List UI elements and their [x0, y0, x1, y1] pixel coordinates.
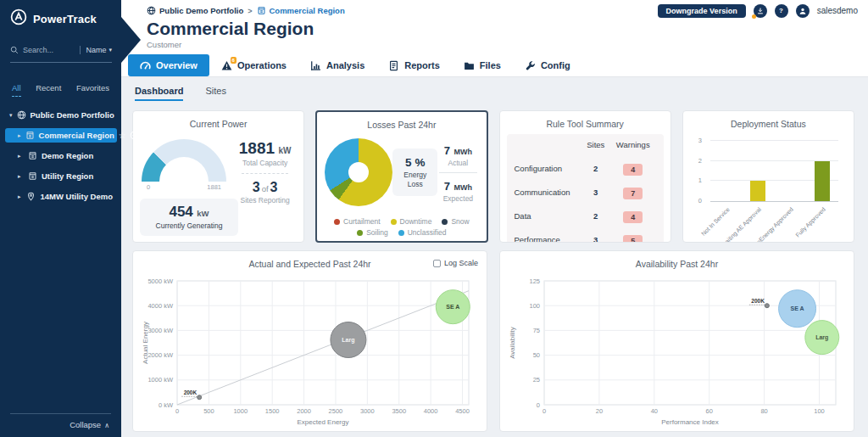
svg-text:Availability: Availability — [509, 327, 516, 359]
subtab-dashboard[interactable]: Dashboard — [135, 86, 183, 101]
sidebar-item-public-demo-portfolio[interactable]: ▾Public Demo Portfolio — [5, 108, 117, 122]
sidebar-tabs: AllRecentFavorites — [0, 83, 121, 97]
site-bubble-200k[interactable] — [765, 304, 769, 308]
sidebar-notch — [121, 17, 141, 63]
svg-text:2000 kW: 2000 kW — [147, 351, 174, 359]
legend-dot — [357, 230, 363, 236]
warnings-badge[interactable]: 5 — [623, 235, 643, 243]
user-avatar-icon[interactable] — [796, 4, 810, 18]
downgrade-version-button[interactable]: Downgrade Version — [658, 4, 746, 18]
tab-analysis[interactable]: Analysis — [298, 54, 376, 76]
legend-item-downtime[interactable]: Downtime — [391, 217, 432, 226]
deployment-bar-awaiting-ae-approval[interactable] — [750, 181, 765, 201]
svg-text:1000 kW: 1000 kW — [147, 376, 174, 384]
chevron-right-icon[interactable]: ▸ — [18, 193, 22, 200]
chevron-right-icon[interactable]: ▸ — [18, 153, 24, 160]
search-filter-dropdown[interactable]: Name ▾ — [80, 46, 112, 54]
legend-item-snow[interactable]: Snow — [442, 217, 469, 226]
tab-reports[interactable]: Reports — [376, 54, 452, 76]
svg-text:Larg: Larg — [342, 337, 354, 344]
search-input[interactable] — [23, 46, 75, 54]
sidebar-item-demo-region[interactable]: ▸Demo Region — [5, 148, 117, 163]
powertrack-logo-icon — [10, 8, 27, 29]
site-bubble-200k[interactable] — [198, 395, 202, 400]
svg-text:0: 0 — [542, 407, 546, 415]
current-power-stats: 1881 kW Total Capacity 3of3 Sites Report… — [233, 134, 297, 236]
sidebar-search: Name ▾ — [10, 42, 112, 63]
breadcrumb-item-commercial-region[interactable]: Commercial Region — [257, 6, 345, 15]
svg-text:50: 50 — [533, 351, 540, 359]
svg-text:?: ? — [779, 7, 783, 14]
legend-dot — [442, 219, 448, 225]
page-head: Commercial Region Customer — [121, 17, 868, 49]
card-title: Rule Tool Summary — [507, 119, 664, 129]
actual-expected-chart-card: Actual and Expected Past 24hr Log Scale … — [132, 250, 487, 432]
download-icon[interactable] — [754, 4, 767, 18]
svg-text:3500: 3500 — [392, 407, 406, 415]
globe-icon — [17, 110, 26, 120]
svg-text:4000: 4000 — [424, 407, 438, 415]
card-title: Availability Past 24hr — [507, 259, 847, 269]
legend-item-unclassified[interactable]: Unclassified — [398, 228, 447, 237]
main-area: Public Demo Portfolio>Commercial Region … — [121, 0, 868, 437]
losses-donut-chart — [325, 138, 392, 206]
log-scale-checkbox[interactable]: Log Scale — [433, 259, 478, 267]
sidebar-item-commercial-region[interactable]: ▸Commercial Region☆ — [5, 128, 117, 143]
building-icon — [28, 151, 37, 160]
building-icon — [25, 131, 35, 140]
legend-dot — [391, 219, 397, 225]
chevron-down-icon[interactable]: ▾ — [9, 112, 13, 119]
legend-item-soiling[interactable]: Soiling — [357, 228, 388, 237]
svg-text:5000 kW: 5000 kW — [147, 277, 174, 285]
rule-column-header: Sites — [581, 140, 610, 156]
svg-text:3000: 3000 — [360, 407, 375, 415]
checkbox-icon[interactable] — [433, 260, 441, 267]
help-icon[interactable]: ? — [775, 4, 788, 18]
current-power-card: Current Power 0 1881 454 kW Currently Ge… — [132, 110, 304, 243]
breadcrumb-item-public-demo-portfolio[interactable]: Public Demo Portfolio — [147, 6, 243, 15]
scatter-svg: 0500100015002000250030003500400045000 kW… — [140, 274, 477, 427]
legend-dot — [398, 230, 404, 236]
sidebar-tab-favorites[interactable]: Favorites — [76, 83, 109, 97]
rule-sites-count: 2 — [581, 158, 610, 179]
chart-cards-row: Actual and Expected Past 24hr Log Scale … — [132, 250, 854, 432]
deployment-status-card: Deployment Status 0123 Not In ServiceAwa… — [682, 110, 854, 243]
favorite-star-icon[interactable]: ☆ — [119, 131, 126, 140]
actual-expected-scatter-plot: 0500100015002000250030003500400045000 kW… — [140, 274, 480, 427]
rule-sites-count: 2 — [581, 205, 610, 227]
tab-operations[interactable]: 6Operations — [209, 54, 298, 76]
svg-text:3000 kW: 3000 kW — [147, 327, 174, 334]
deployment-category-label: Not In Service — [682, 206, 731, 243]
subtab-sites[interactable]: Sites — [205, 86, 225, 101]
svg-text:40: 40 — [651, 407, 658, 415]
chevron-right-icon[interactable]: ▸ — [18, 173, 24, 180]
svg-text:1000: 1000 — [233, 407, 248, 415]
svg-text:SE A: SE A — [446, 304, 459, 310]
warning-count-badge: 6 — [231, 57, 236, 64]
warnings-badge[interactable]: 7 — [623, 188, 643, 199]
warnings-badge[interactable]: 4 — [623, 164, 643, 176]
tab-files[interactable]: Files — [452, 54, 513, 76]
sidebar-item-14mw-utility-demo[interactable]: ▸14MW Utility Demo — [5, 189, 117, 204]
chevron-right-icon[interactable]: ▸ — [18, 132, 21, 139]
sidebar-tab-all[interactable]: All — [12, 83, 21, 97]
tab-config[interactable]: Config — [513, 54, 582, 76]
sidebar-tab-recent[interactable]: Recent — [36, 83, 61, 97]
notification-dot — [752, 14, 756, 19]
add-circle-icon[interactable] — [130, 131, 139, 140]
svg-text:0: 0 — [175, 407, 179, 415]
availability-scatter-plot: 0204060801000255075100125200KSE ALargPer… — [507, 274, 847, 427]
svg-text:200K: 200K — [184, 389, 198, 395]
legend-dot — [334, 219, 340, 225]
warnings-badge[interactable]: 4 — [623, 211, 643, 223]
deployment-bar-fully-approved[interactable] — [815, 161, 830, 201]
rule-row-label: Communication — [515, 182, 581, 203]
sidebar-collapse-button[interactable]: Collapse∧ — [10, 413, 111, 437]
current-power-gauge: 0 1881 454 kW Currently Generating — [140, 134, 228, 236]
losses-card: Losses Past 24hr 5 % Energy Loss 7 MWh A… — [315, 110, 487, 243]
svg-text:100: 100 — [814, 407, 825, 415]
folder-icon — [464, 60, 475, 71]
deployment-category-label: Awaiting AE Approval — [710, 206, 763, 243]
sidebar-item-utility-region[interactable]: ▸Utility Region — [5, 169, 117, 183]
legend-item-curtailment[interactable]: Curtailment — [334, 217, 380, 226]
